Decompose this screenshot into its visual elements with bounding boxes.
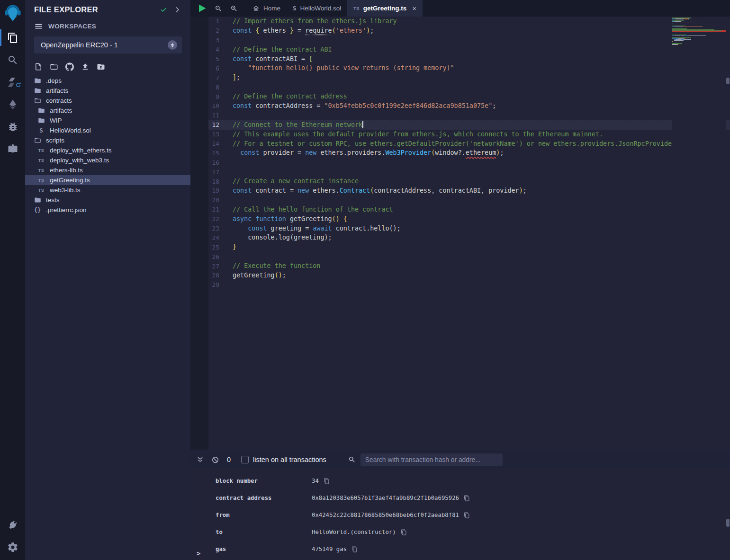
- line-content: // Create a new contract instance: [233, 177, 359, 186]
- code-line: 6 "function hello() public view returns …: [190, 63, 730, 73]
- file-tree-item-tests[interactable]: tests: [25, 195, 190, 205]
- copy-icon[interactable]: [401, 529, 407, 535]
- line-number: 8: [190, 84, 219, 91]
- remix-logo-icon[interactable]: [0, 0, 25, 27]
- file-tree-item-artifacts[interactable]: artifacts: [25, 106, 190, 116]
- code-line: 29: [190, 280, 730, 290]
- ts-icon: TS: [37, 158, 45, 163]
- terminal-row: from0x42452c22c88178685850e68beb6cf0f2ae…: [216, 507, 730, 524]
- close-tab-icon[interactable]: ×: [412, 4, 416, 12]
- file-tree-item-deploy-with-web3-ts[interactable]: TSdeploy_with_web3.ts: [25, 155, 190, 165]
- file-tree-item-getgreeting-ts[interactable]: TSgetGreeting.ts: [25, 175, 190, 185]
- file-tree-item-contracts[interactable]: contracts: [25, 96, 190, 106]
- learneth-icon[interactable]: [0, 138, 25, 160]
- expand-terminal-icon[interactable]: [196, 456, 204, 464]
- hamburger-menu-icon[interactable]: [34, 22, 43, 31]
- code-line: 22async function getGreeting() {: [190, 214, 730, 224]
- line-number: 22: [190, 215, 219, 222]
- workspace-select-arrows-icon: [168, 40, 177, 50]
- line-number: 19: [190, 187, 219, 194]
- file-tree-item-scripts[interactable]: scripts: [25, 135, 190, 145]
- code-line: 13// This example uses the default provi…: [190, 130, 730, 139]
- upload-folder-icon[interactable]: [97, 62, 105, 71]
- home-icon: [252, 5, 260, 12]
- terminal-search-input[interactable]: [360, 453, 503, 466]
- tab-home[interactable]: Home: [246, 0, 287, 17]
- line-number: 13: [190, 131, 219, 138]
- terminal-row-key: contract address: [216, 495, 312, 501]
- file-tree-item--deps[interactable]: .deps: [25, 76, 190, 86]
- code-line: 1// Import ethers from the ethers.js lib…: [190, 17, 730, 26]
- zoom-out-icon[interactable]: [215, 5, 222, 12]
- folder-icon: [33, 77, 42, 84]
- clear-console-icon[interactable]: [211, 456, 219, 464]
- file-tree-item-deploy-with-ethers-ts[interactable]: TSdeploy_with_ethers.ts: [25, 145, 190, 155]
- line-content: async function getGreeting() {: [233, 214, 347, 224]
- line-content: // Connect to the Ethereum network: [233, 120, 363, 130]
- file-name: web3-lib.ts: [50, 187, 81, 194]
- code-line: 10const contractAddress = "0xb54febb5c0c…: [190, 101, 730, 111]
- terminal-row: toHelloWorld.(constructor): [216, 524, 730, 541]
- file-tree-item-wip[interactable]: WIP: [25, 116, 190, 125]
- copy-icon[interactable]: [464, 495, 470, 501]
- code-line: 4// Define the contract ABI: [190, 45, 730, 54]
- line-content: const contract = new ethers.Contract(con…: [233, 186, 527, 196]
- editor-scrollbar-thumb[interactable]: [726, 78, 730, 84]
- copy-icon[interactable]: [324, 478, 330, 484]
- editor-minimap[interactable]: [672, 17, 726, 450]
- line-content: const greeting = await contract.hello();: [233, 224, 401, 233]
- workspace-select[interactable]: OpenZeppelin ERC20 - 1: [34, 36, 182, 53]
- search-icon[interactable]: [0, 49, 25, 71]
- debugger-icon[interactable]: [0, 116, 25, 138]
- file-name: WIP: [50, 117, 62, 124]
- code-line: 7];: [190, 73, 730, 82]
- code-editor[interactable]: 1// Import ethers from the ethers.js lib…: [190, 17, 730, 450]
- solidity-compiler-icon[interactable]: [0, 71, 25, 93]
- settings-icon[interactable]: [0, 536, 25, 558]
- terminal-scrollbar-thumb[interactable]: [726, 519, 730, 527]
- listen-transactions-checkbox[interactable]: [241, 456, 249, 463]
- code-line: 27// Execute the function: [190, 261, 730, 271]
- line-number: 7: [190, 74, 219, 81]
- line-number: 29: [190, 281, 219, 288]
- check-icon[interactable]: [160, 6, 167, 13]
- ts-icon: TS: [37, 188, 45, 193]
- file-explorer-icon[interactable]: [0, 27, 25, 49]
- code-line: 11: [190, 111, 730, 120]
- create-folder-icon[interactable]: [50, 62, 58, 71]
- terminal-row-key: from: [216, 512, 312, 518]
- folder-icon: [33, 87, 42, 94]
- code-line: 23 const greeting = await contract.hello…: [190, 224, 730, 233]
- deploy-run-icon[interactable]: [0, 93, 25, 116]
- tab-label: getGreeting.ts: [363, 5, 407, 12]
- plugin-manager-icon[interactable]: [0, 514, 25, 536]
- file-explorer-panel: FILE EXPLORER WORKSPACES OpenZeppelin ER…: [25, 0, 190, 560]
- icon-rail: [0, 0, 25, 560]
- code-line: 19const contract = new ethers.Contract(c…: [190, 186, 730, 196]
- file-name: ethers-lib.ts: [50, 167, 83, 174]
- file-name: HelloWorld.sol: [50, 127, 91, 134]
- terminal-row-value: 0x8a120383e6057b1f3aef4fa9b89c2f1b0a6959…: [312, 495, 459, 501]
- copy-icon[interactable]: [351, 546, 358, 552]
- editor-code-area[interactable]: 1// Import ethers from the ethers.js lib…: [190, 17, 730, 450]
- tab-helloworld-sol[interactable]: SHelloWorld.sol: [287, 0, 347, 17]
- file-tree-item--prettierrc-json[interactable]: {}.prettierrc.json: [25, 205, 190, 215]
- file-tree-item-web3-lib-ts[interactable]: TSweb3-lib.ts: [25, 185, 190, 195]
- code-line: 16: [190, 158, 730, 167]
- zoom-in-icon[interactable]: [230, 5, 238, 12]
- file-tree-item-helloworld-sol[interactable]: SHelloWorld.sol: [25, 125, 190, 135]
- copy-icon[interactable]: [464, 512, 470, 518]
- tab-getgreeting-ts[interactable]: TSgetGreeting.ts×: [347, 0, 423, 17]
- create-file-icon[interactable]: [34, 62, 43, 71]
- run-script-button[interactable]: [198, 4, 207, 13]
- minimap-line: [672, 30, 726, 31]
- chevron-right-icon[interactable]: [174, 6, 181, 13]
- terminal-prompt[interactable]: >: [197, 550, 200, 557]
- terminal-row-key: gas: [216, 546, 312, 552]
- clone-github-icon[interactable]: [65, 62, 74, 71]
- refresh-icon: [15, 81, 21, 90]
- file-tree-item-artifacts[interactable]: artifacts: [25, 86, 190, 96]
- file-tree-item-ethers-lib-ts[interactable]: TSethers-lib.ts: [25, 165, 190, 175]
- line-number: 27: [190, 263, 219, 270]
- upload-file-icon[interactable]: [81, 62, 90, 71]
